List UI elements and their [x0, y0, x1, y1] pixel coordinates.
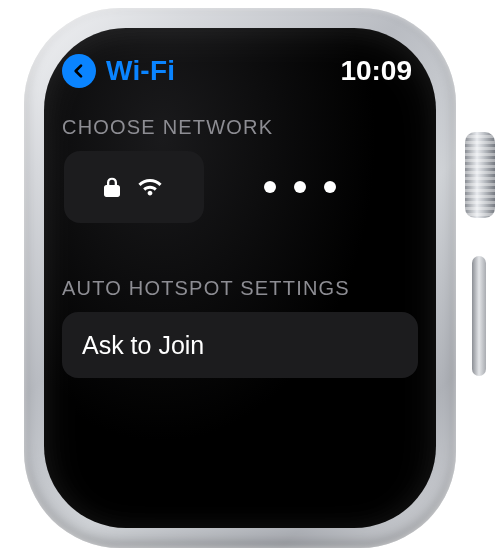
- status-bar: Wi-Fi 10:09: [62, 54, 418, 90]
- ask-to-join-button[interactable]: Ask to Join: [62, 312, 418, 378]
- back-button[interactable]: Wi-Fi: [62, 54, 175, 88]
- wifi-icon: [135, 176, 165, 198]
- network-row: [62, 151, 418, 223]
- section-label-choose-network: CHOOSE NETWORK: [62, 116, 418, 139]
- digital-crown[interactable]: [465, 132, 495, 218]
- chevron-left-icon: [62, 54, 96, 88]
- loading-dots-icon: [264, 181, 336, 193]
- lock-icon: [103, 176, 121, 198]
- section-label-auto-hotspot: AUTO HOTSPOT SETTINGS: [62, 277, 418, 300]
- page-title: Wi-Fi: [106, 55, 175, 87]
- side-button[interactable]: [472, 256, 486, 376]
- apple-watch-device: Wi-Fi 10:09 CHOOSE NETWORK AUTO HOTSPOT …: [0, 0, 500, 558]
- clock-time: 10:09: [340, 55, 412, 87]
- screen: Wi-Fi 10:09 CHOOSE NETWORK AUTO HOTSPOT …: [62, 54, 418, 502]
- ask-to-join-label: Ask to Join: [82, 331, 204, 360]
- available-network-card[interactable]: [64, 151, 204, 223]
